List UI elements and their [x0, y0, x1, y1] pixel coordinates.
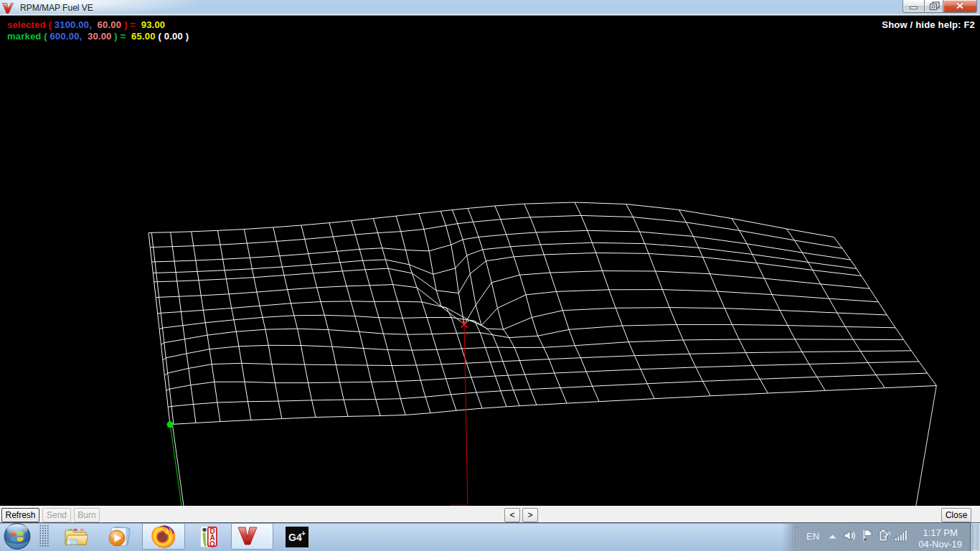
svg-text:Q: Q [209, 540, 215, 548]
svg-text:G4: G4 [288, 532, 302, 543]
svg-text:+: + [301, 529, 306, 537]
